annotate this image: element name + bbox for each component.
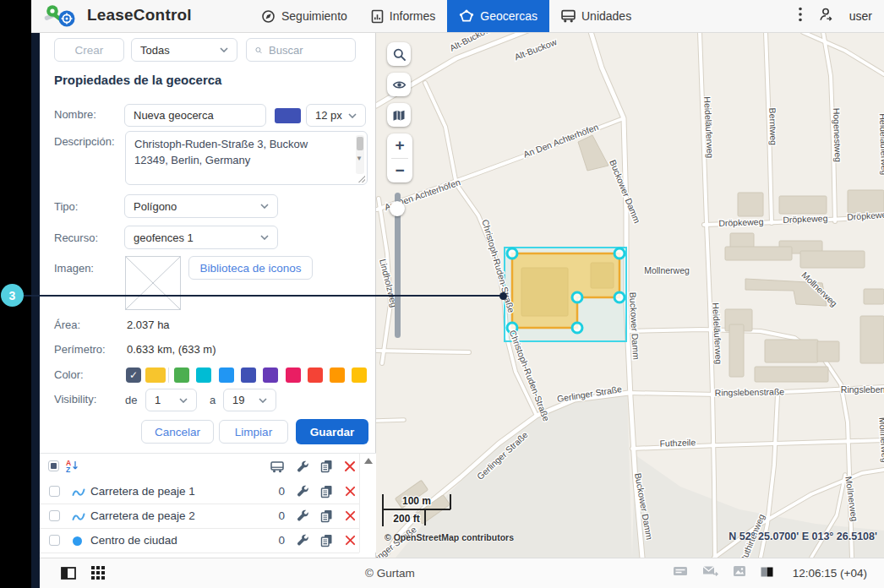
chevron-down-icon [259,398,267,403]
image-label: Imagen: [54,262,94,275]
palette-color-swatch[interactable] [196,368,211,383]
create-geofence-button[interactable]: Crear [54,38,124,62]
wrench-icon[interactable] [297,509,309,522]
icon-library-button[interactable]: Biblioteca de iconos [188,256,313,280]
user-name-label[interactable]: user [849,9,872,23]
label-color-swatch[interactable] [275,108,301,123]
save-button[interactable]: Guardar [296,419,368,444]
copy-icon[interactable] [320,460,333,472]
zoom-slider-handle[interactable] [390,201,405,216]
geofence-list-row[interactable]: Carretera de peaje 10 [40,479,359,504]
mail-forward-icon[interactable] [702,565,718,580]
clear-button[interactable]: Limpiar [219,420,288,444]
app-title: LeaseControl [87,6,192,24]
geofence-name[interactable]: Carretera de peaje 1 [90,485,195,498]
delete-icon[interactable] [345,509,357,522]
palette-color-swatch[interactable] [263,368,278,383]
wrench-icon[interactable] [297,460,309,473]
image-placeholder[interactable] [125,256,181,310]
geofence-filter-dropdown[interactable]: Todas [131,38,237,62]
type-dropdown[interactable]: Polígono [124,194,278,218]
wrench-icon[interactable] [297,485,309,498]
tab-informes[interactable]: Informes [359,0,447,32]
svg-text:Dröpkeweg: Dröpkeweg [783,213,828,225]
map-search-button[interactable] [387,42,411,66]
chevron-down-icon [220,47,228,52]
visibility-from-dropdown[interactable]: 1 [145,389,197,411]
sort-az-icon[interactable]: AZ [65,459,79,476]
visibility-label: Visibility: [54,393,96,406]
tab-unidades[interactable]: Unidades [549,0,643,32]
empty-image-icon [126,257,180,309]
copy-icon[interactable] [320,534,333,547]
palette-color-swatch[interactable] [219,368,234,383]
row-checkbox[interactable] [49,510,60,521]
textarea-scrollbar[interactable]: ▼ [356,135,364,174]
annotation-badge: 3 [1,284,24,307]
apps-grid-icon[interactable] [91,566,105,583]
map-layers-button[interactable] [387,103,411,127]
search-input[interactable] [267,43,347,57]
palette-color-swatch[interactable] [330,368,345,383]
tab-seguimiento[interactable]: Seguimiento [249,0,359,32]
name-label: Nombre: [54,108,96,121]
toggle-panel-icon[interactable] [61,567,76,583]
media-icon[interactable] [733,565,746,580]
search-icon [255,45,262,56]
perimeter-value: 0.633 km, (633 m) [127,343,216,356]
cancel-button[interactable]: Cancelar [141,420,214,444]
palette-color-swatch[interactable] [352,368,367,383]
delete-icon[interactable] [345,534,357,547]
palette-color-swatch[interactable] [286,368,301,383]
palette-color-swatch[interactable] [174,368,189,383]
description-textarea[interactable]: Christoph-Ruden-Straße 3, Buckow 12349, … [125,131,368,185]
delete-icon[interactable] [345,485,357,498]
resource-dropdown[interactable]: geofences 1 [124,226,278,249]
delete-all-icon[interactable] [344,460,357,473]
geofence-name[interactable]: Centro de ciudad [90,534,177,547]
monitoring-icon [261,9,276,24]
search-icon [393,48,406,61]
units-count: 0 [268,534,285,547]
list-scrollbar[interactable] [359,454,376,553]
tab-geocercas[interactable]: Geocercas [447,0,549,32]
palette-color-swatch[interactable] [241,368,256,383]
units-column-icon[interactable] [270,460,283,473]
zoom-in-button[interactable]: + [387,133,412,158]
user-account-icon[interactable] [817,7,834,25]
geofence-name[interactable]: Carretera de peaje 2 [90,509,195,522]
zoom-out-button[interactable]: − [387,159,412,183]
name-input[interactable]: Nueva geocerca [124,104,266,127]
current-color-swatch[interactable] [145,368,166,383]
visibility-from-value: 1 [155,394,161,406]
row-checkbox[interactable] [49,535,60,546]
contrast-view-icon[interactable] [761,565,773,580]
chevron-down-icon [260,235,269,240]
eye-icon [392,79,407,91]
circle-shape-icon [72,535,83,550]
perimeter-label: Perímetro: [54,343,106,356]
geofence-search-field[interactable] [246,38,356,62]
svg-text:Berntweg: Berntweg [767,107,779,145]
font-size-dropdown[interactable]: 12 px [306,104,366,127]
palette-color-swatch[interactable] [308,368,323,383]
svg-text:Ringslebenstraße: Ringslebenstraße [715,386,785,397]
kebab-menu-icon[interactable] [799,7,802,25]
geofence-list-row[interactable]: Carretera de peaje 20 [40,504,359,529]
resize-handle-icon[interactable] [358,176,365,182]
wrench-icon[interactable] [297,534,309,547]
copyright-label: © Gurtam [365,567,415,580]
copy-icon[interactable] [320,485,333,498]
color-enabled-checkbox[interactable]: ✓ [126,368,141,383]
visibility-to-dropdown[interactable]: 19 [223,389,276,411]
row-checkbox[interactable] [49,486,60,497]
geofence-list-row[interactable]: Centro de ciudad0 [40,528,359,553]
area-label: Área: [54,318,80,331]
copy-icon[interactable] [320,509,333,522]
description-label: Descripción: [54,135,115,148]
map-visibility-button[interactable] [387,73,411,96]
select-all-checkbox[interactable] [48,460,59,471]
resource-value: geofences 1 [134,231,194,244]
chevron-down-icon [179,398,188,403]
notifications-icon[interactable] [673,565,688,580]
